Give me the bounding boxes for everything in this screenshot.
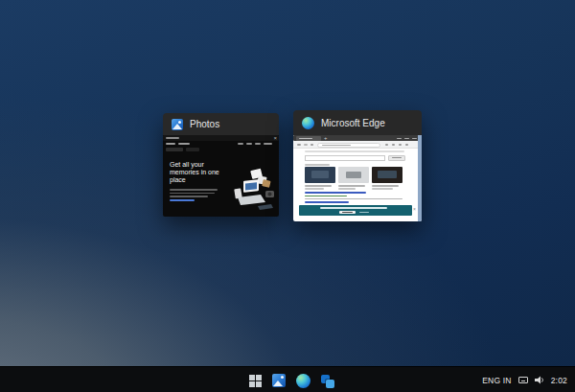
photos-card-title: Photos [190,119,219,129]
photos-titlebar [163,135,279,141]
refresh-icon[interactable] [310,144,313,146]
windows-logo-icon [249,375,262,387]
caption-line [338,185,365,187]
maximize-icon[interactable] [404,138,409,139]
edge-app-icon [296,374,310,388]
caption-line [372,188,393,190]
back-icon[interactable] [297,144,301,146]
settings-menu-icon[interactable] [405,144,408,146]
system-tray: ENG IN 2:02 [482,367,567,392]
photos-titlebar-text [166,137,179,139]
photos-toolbar-icon[interactable] [246,143,252,145]
photos-tab[interactable] [186,148,199,151]
desktop: Photos × Get all your memories in one pl… [0,0,575,392]
taskbar-photos-button[interactable] [267,369,290,392]
news-card-image-detail [378,171,397,178]
edge-app-icon [302,117,314,129]
caption-line [305,185,332,187]
photos-toolbar-icon[interactable] [238,143,243,145]
address-text [322,145,351,146]
result-title-link[interactable] [305,192,366,194]
photos-toolbar-icon[interactable] [255,143,261,145]
banner-close-icon[interactable]: × [413,207,416,212]
caption-line [372,185,399,187]
profile-icon[interactable] [399,144,402,146]
photos-card-header[interactable]: Photos [163,113,279,135]
banner-button-label-skeleton [342,212,353,213]
touch-keyboard-icon[interactable] [518,377,528,383]
app-card-edge[interactable]: Microsoft Edge + [293,110,422,221]
photos-thumbnail[interactable]: × Get all your memories in one place [163,135,279,217]
language-indicator[interactable]: ENG IN [482,376,511,385]
photos-headline: Get all your memories in one place [170,161,225,184]
taskbar-edge-button[interactable] [291,369,314,392]
result-url [305,196,347,197]
start-button[interactable] [243,369,266,392]
app-card-photos[interactable]: Photos × Get all your memories in one pl… [163,113,279,217]
photos-illustration [223,168,277,212]
edge-thumbnail[interactable]: + [293,135,422,221]
link-line[interactable] [170,199,195,201]
photos-menu-item[interactable] [166,143,175,145]
task-view-button[interactable] [315,369,338,392]
result-title-link[interactable] [305,201,349,203]
photos-menu-item[interactable] [178,143,190,145]
section-label-skeleton [305,164,330,166]
close-icon[interactable] [412,138,417,139]
photos-app-icon [172,119,183,130]
edge-card-title: Microsoft Edge [321,118,385,128]
text-line [170,193,215,195]
banner-secondary-link[interactable] [359,212,369,213]
photos-tab[interactable] [166,148,183,151]
caption-line [305,188,324,190]
search-input[interactable] [305,155,385,161]
banner-text-skeleton [320,207,387,209]
collections-icon[interactable] [392,144,395,146]
desktop-strip [418,135,422,221]
caption-line [338,188,356,190]
edge-card-header[interactable]: Microsoft Edge [293,110,422,135]
text-line [170,189,218,191]
forward-icon[interactable] [304,144,308,146]
close-icon[interactable]: × [273,135,277,141]
photos-toolbar-icon[interactable] [264,143,272,145]
minimize-icon[interactable] [397,138,402,139]
favorites-icon[interactable] [385,144,388,146]
volume-icon[interactable] [535,376,544,384]
news-card-image-detail [346,172,361,178]
photos-app-icon [272,374,286,387]
task-view-icon [318,372,335,389]
news-card-image-detail [311,171,329,178]
clock[interactable]: 2:02 [551,376,567,385]
taskbar: ENG IN 2:02 [0,366,575,392]
page-nav-skeleton [305,150,404,152]
result-snippet [305,198,402,200]
text-line [170,196,208,197]
